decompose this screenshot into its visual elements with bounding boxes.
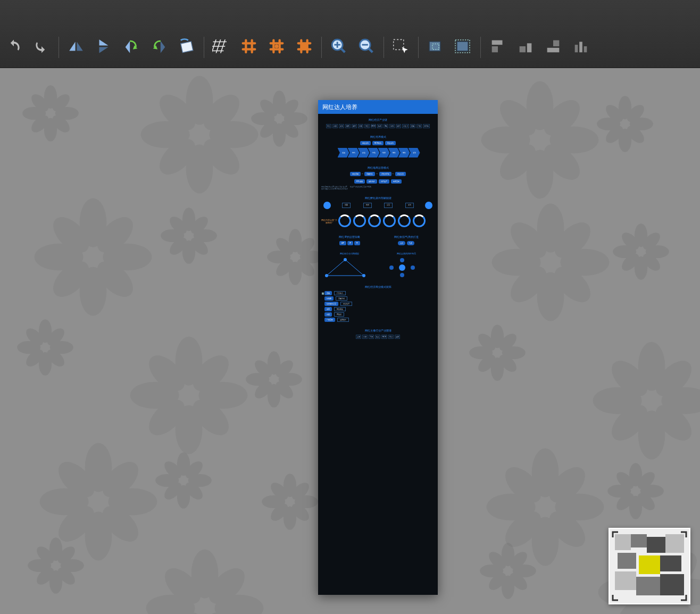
toolbar	[0, 0, 700, 68]
flip-horizontal-button[interactable]	[64, 35, 88, 58]
section-heading: 网红培养模式	[321, 135, 435, 138]
document-preview[interactable]: 网红达人培养 网红经济产业链 平台内容变现服务 微博抖音淘宝MCN 快手B站京东…	[318, 100, 438, 595]
svg-rect-11	[492, 40, 503, 45]
rotate-ccw-button[interactable]	[120, 35, 143, 58]
svg-rect-13	[527, 43, 532, 52]
svg-point-212	[325, 274, 328, 277]
toolbar-separator	[204, 37, 204, 58]
grid-button[interactable]	[210, 35, 233, 58]
toolbar-separator	[480, 37, 481, 58]
svg-rect-2	[302, 44, 307, 49]
svg-rect-0	[181, 42, 193, 53]
align-right-button[interactable]	[541, 35, 565, 58]
zoom-out-button[interactable]	[355, 35, 378, 58]
svg-rect-8	[457, 42, 468, 51]
crop-extend-button[interactable]	[452, 35, 475, 58]
svg-rect-14	[553, 40, 559, 46]
free-rotate-button[interactable]	[175, 35, 198, 58]
rings-label: 网红内容运营"六脉神剑"	[321, 219, 337, 224]
svg-point-214	[362, 274, 365, 277]
svg-rect-10	[492, 46, 498, 52]
zoom-in-button[interactable]	[327, 35, 351, 58]
redo-button[interactable]	[30, 35, 53, 58]
toolbar-separator	[384, 37, 384, 58]
distribute-button[interactable]	[569, 35, 593, 58]
section-heading: 网红运营的四环布局	[378, 252, 435, 255]
section-heading: 网红IP的运营策略	[321, 235, 378, 238]
svg-marker-211	[327, 260, 364, 276]
svg-point-218	[400, 258, 404, 262]
align-left-button[interactable]	[486, 35, 510, 58]
snap-grid-1-button[interactable]	[237, 35, 261, 58]
undo-button[interactable]	[2, 35, 26, 58]
align-bottom-button[interactable]	[514, 35, 537, 58]
section-heading: 网红主播行业产业图谱	[321, 329, 435, 332]
navigator-panel[interactable]	[609, 528, 690, 604]
svg-point-1	[274, 44, 278, 48]
selection-tool-button[interactable]	[389, 35, 413, 58]
svg-rect-15	[547, 48, 560, 53]
toolbar-separator	[321, 37, 322, 58]
flip-vertical-button[interactable]	[92, 35, 115, 58]
toolbar-separator	[418, 37, 419, 58]
snap-grid-2-button[interactable]	[265, 35, 288, 58]
toolbar-separator	[59, 37, 59, 58]
svg-rect-5	[394, 39, 404, 49]
svg-rect-12	[520, 46, 526, 52]
svg-point-213	[344, 258, 347, 261]
canvas-workspace[interactable]: 网红达人培养 网红经济产业链 平台内容变现服务 微博抖音淘宝MCN 快手B站京东…	[0, 68, 700, 614]
svg-rect-16	[575, 45, 578, 52]
svg-point-216	[389, 265, 394, 270]
document-title: 网红达人培养	[318, 100, 438, 114]
section-heading: 网红经济全周期模型	[321, 252, 378, 255]
section-heading: 网红电商运营模式	[321, 166, 435, 169]
svg-rect-17	[579, 42, 582, 53]
svg-rect-18	[584, 46, 587, 52]
section-heading: 网红经济产业链	[321, 118, 435, 121]
svg-point-215	[399, 264, 405, 271]
six-rings	[337, 213, 427, 229]
chain-grid: 平台内容变现服务 微博抖音淘宝MCN 快手B站京东经纪 小红书直播广告供应链	[321, 123, 435, 129]
process-chevrons: 发掘 签约 定位 包装 培训 孵化 孵化 变现	[321, 148, 435, 157]
rotate-cw-button[interactable]	[147, 35, 171, 58]
svg-point-217	[411, 265, 415, 270]
section-heading: 网红孵化器外部赋能链	[321, 196, 435, 200]
snap-grid-3-button[interactable]	[293, 35, 316, 58]
section-heading: 网红经济商业模式矩阵	[321, 285, 435, 288]
svg-point-219	[400, 273, 404, 277]
section-heading: 网红效应/气质的打造	[378, 235, 435, 238]
crop-button[interactable]	[424, 35, 447, 58]
